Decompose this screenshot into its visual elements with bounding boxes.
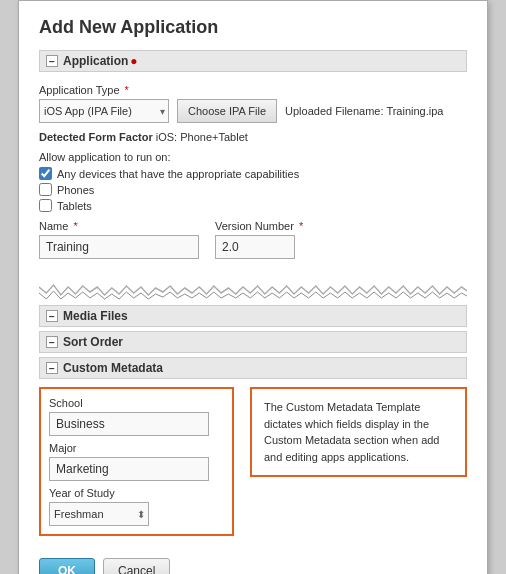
type-required: * xyxy=(125,84,129,96)
detected-value: iOS: Phone+Tablet xyxy=(156,131,248,143)
major-input[interactable] xyxy=(49,457,209,481)
ok-button[interactable]: OK xyxy=(39,558,95,574)
name-field: Name * xyxy=(39,220,199,259)
collapse-icon[interactable]: − xyxy=(46,55,58,67)
name-label: Name * xyxy=(39,220,199,232)
media-files-label: Media Files xyxy=(63,309,128,323)
checkbox-any-row: Any devices that have the appropriate ca… xyxy=(39,167,467,180)
dialog-title: Add New Application xyxy=(39,17,467,38)
checkbox-phones-row: Phones xyxy=(39,183,467,196)
year-select[interactable]: Freshman Sophomore Junior Senior xyxy=(49,502,149,526)
year-select-wrapper: Freshman Sophomore Junior Senior xyxy=(49,502,149,526)
application-section-content: Application Type * iOS App (IPA File) Ch… xyxy=(39,80,467,271)
allow-label: Allow application to run on: xyxy=(39,151,467,163)
checkbox-phones[interactable] xyxy=(39,183,52,196)
application-section-label: Application xyxy=(63,54,128,68)
detected-row: Detected Form Factor iOS: Phone+Tablet xyxy=(39,131,467,143)
torn-edge-top xyxy=(39,279,467,301)
checkbox-phones-label: Phones xyxy=(57,184,94,196)
detected-prefix: Detected Form Factor xyxy=(39,131,153,143)
checkbox-any[interactable] xyxy=(39,167,52,180)
version-label: Version Number * xyxy=(215,220,303,232)
uploaded-filename: Training.ipa xyxy=(386,105,443,117)
cm-collapse-icon[interactable]: − xyxy=(46,362,58,374)
version-input[interactable] xyxy=(215,235,295,259)
checkbox-tablets[interactable] xyxy=(39,199,52,212)
custom-metadata-section-header[interactable]: − Custom Metadata xyxy=(39,357,467,379)
bottom-area: School Major Year of Study Freshman Soph… xyxy=(39,387,467,544)
major-label: Major xyxy=(49,442,224,454)
checkbox-tablets-row: Tablets xyxy=(39,199,467,212)
name-input[interactable] xyxy=(39,235,199,259)
media-collapse-icon[interactable]: − xyxy=(46,310,58,322)
choose-ipa-button[interactable]: Choose IPA File xyxy=(177,99,277,123)
checkbox-tablets-label: Tablets xyxy=(57,200,92,212)
cancel-button[interactable]: Cancel xyxy=(103,558,170,574)
school-label: School xyxy=(49,397,224,409)
app-type-field: Application Type * iOS App (IPA File) Ch… xyxy=(39,84,467,123)
sort-collapse-icon[interactable]: − xyxy=(46,336,58,348)
tooltip-text: The Custom Metadata Template dictates wh… xyxy=(264,399,453,465)
checkbox-any-label: Any devices that have the appropriate ca… xyxy=(57,168,299,180)
custom-metadata-box: School Major Year of Study Freshman Soph… xyxy=(39,387,234,536)
application-section-header[interactable]: − Application ● xyxy=(39,50,467,72)
uploaded-prefix-text: Uploaded Filename: xyxy=(285,105,383,117)
footer-buttons: OK Cancel xyxy=(39,558,467,574)
app-type-select-wrapper: iOS App (IPA File) xyxy=(39,99,169,123)
app-type-label: Application Type * xyxy=(39,84,467,96)
version-field: Version Number * xyxy=(215,220,303,259)
application-required: ● xyxy=(130,54,137,68)
uploaded-prefix: Uploaded Filename: Training.ipa xyxy=(285,105,443,117)
dialog: Add New Application − Application ● Appl… xyxy=(18,0,488,574)
app-type-select[interactable]: iOS App (IPA File) xyxy=(39,99,169,123)
media-files-section-header[interactable]: − Media Files xyxy=(39,305,467,327)
school-input[interactable] xyxy=(49,412,209,436)
tooltip-box: The Custom Metadata Template dictates wh… xyxy=(250,387,467,477)
sort-order-label: Sort Order xyxy=(63,335,123,349)
name-version-row: Name * Version Number * xyxy=(39,220,467,259)
year-label: Year of Study xyxy=(49,487,224,499)
app-type-row: iOS App (IPA File) Choose IPA File Uploa… xyxy=(39,99,467,123)
custom-metadata-label: Custom Metadata xyxy=(63,361,163,375)
sort-order-section-header[interactable]: − Sort Order xyxy=(39,331,467,353)
